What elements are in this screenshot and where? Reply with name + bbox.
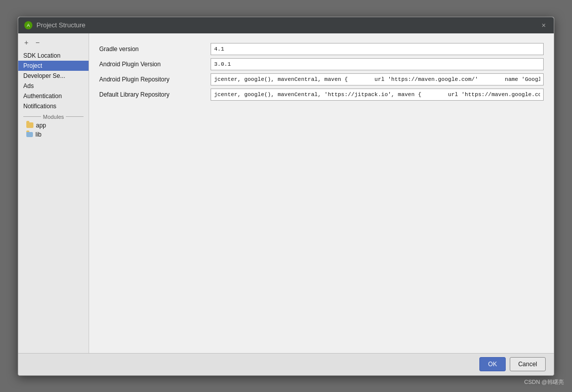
settings-value-cell [211,72,544,87]
settings-value-cell [211,87,544,102]
folder-icon-app [26,122,33,128]
settings-table: Gradle versionAndroid Plugin VersionAndr… [99,41,544,102]
folder-icon-lib [26,132,33,137]
settings-label: Gradle version [99,41,211,57]
modules-section-header: Modules [18,111,89,121]
settings-input-3[interactable] [211,89,544,101]
settings-label: Android Plugin Version [99,57,211,72]
dialog-title: Project Structure [36,21,86,29]
sidebar-item-sdk-location[interactable]: SDK Location [18,51,89,61]
settings-row: Android Plugin Repository [99,72,544,87]
remove-button[interactable]: − [32,37,43,48]
section-line-left [23,116,41,117]
close-button[interactable]: × [540,21,548,29]
settings-input-0[interactable] [211,43,544,55]
sidebar-item-ads[interactable]: Ads [18,81,89,91]
ok-button[interactable]: OK [479,357,505,371]
main-content: Gradle versionAndroid Plugin VersionAndr… [89,33,554,353]
sidebar-toolbar: + − [18,36,89,51]
title-bar: A Project Structure × [18,17,554,33]
settings-input-2[interactable] [211,73,544,85]
settings-label: Android Plugin Repository [99,72,211,87]
title-bar-left: A Project Structure [24,21,86,29]
sidebar-module-app[interactable]: app [18,121,89,130]
sidebar-item-project[interactable]: Project [18,61,89,71]
settings-row: Gradle version [99,41,544,57]
settings-row: Android Plugin Version [99,57,544,72]
watermark: CSDN @韩曙亮 [524,378,564,386]
settings-input-1[interactable] [211,58,544,70]
section-line-right [66,116,84,117]
project-structure-dialog: A Project Structure × + − SDK Location P… [18,17,554,376]
sidebar-module-lib[interactable]: lib [18,130,89,139]
app-icon: A [24,21,32,29]
settings-label: Default Library Repository [99,87,211,102]
sidebar: + − SDK Location Project Developer Se...… [18,33,89,353]
settings-row: Default Library Repository [99,87,544,102]
cancel-button[interactable]: Cancel [510,357,546,371]
sidebar-item-notifications[interactable]: Notifications [18,101,89,111]
settings-value-cell [211,57,544,72]
sidebar-item-developer-services[interactable]: Developer Se... [18,71,89,81]
sidebar-item-authentication[interactable]: Authentication [18,91,89,101]
dialog-footer: OK Cancel [18,353,554,375]
settings-value-cell [211,41,544,57]
dialog-body: + − SDK Location Project Developer Se...… [18,33,554,353]
add-button[interactable]: + [21,37,31,48]
